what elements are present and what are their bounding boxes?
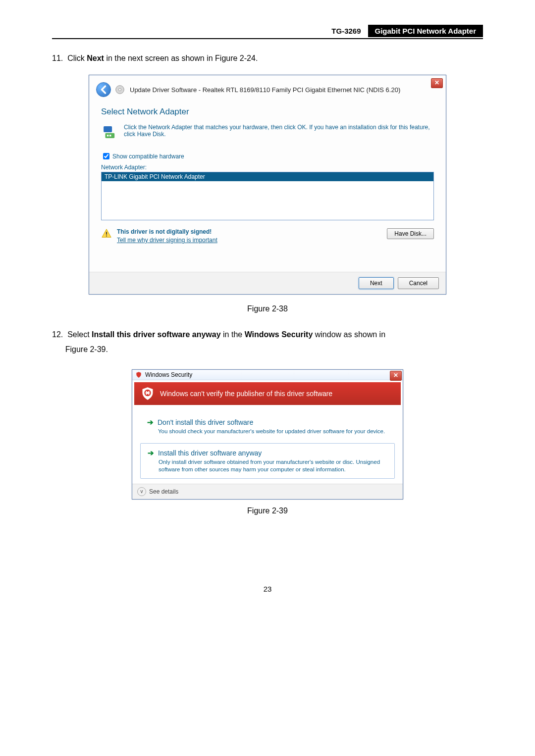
help-text: Click the Network Adapter that matches y… [124,124,434,138]
dont-install-option[interactable]: ➔Don't install this driver software You … [140,413,395,440]
header-model: TG-3269 [324,25,368,37]
page-header: TG-3269 Gigabit PCI Network Adapter [52,25,483,39]
show-compatible-checkbox[interactable] [103,153,109,159]
windows-security-dialog: Windows Security ✕ Windows can't verify … [132,369,403,500]
section-title: Select Network Adapter [101,107,434,117]
security-title: Windows Security [145,371,192,378]
adapter-list[interactable]: TP-LINK Gigabit PCI Network Adapter [101,172,434,220]
svg-rect-7 [106,236,107,237]
list-item[interactable]: TP-LINK Gigabit PCI Network Adapter [102,172,433,181]
update-driver-dialog: ✕ Update Driver Software - Realtek RTL 8… [89,75,446,295]
step-11-text: 11. Click Next in the next screen as sho… [52,54,483,63]
svg-rect-5 [109,135,111,136]
close-icon[interactable]: ✕ [431,78,443,88]
security-banner: Windows can't verify the publisher of th… [134,382,401,405]
install-anyway-subtext: Only install driver software obtained fr… [159,458,387,473]
arrow-icon: ➔ [147,418,154,427]
cancel-button[interactable]: Cancel [398,277,439,289]
cd-icon [115,85,125,95]
dont-install-subtext: You should check your manufacturer's web… [158,428,388,435]
svg-rect-6 [106,232,107,235]
page-number: 23 [52,585,483,593]
svg-rect-4 [107,135,108,136]
install-anyway-option[interactable]: ➔Install this driver software anyway Onl… [140,443,395,479]
show-compatible-label: Show compatible hardware [112,153,184,160]
warning-icon [101,228,112,239]
banner-text: Windows can't verify the publisher of th… [160,390,332,398]
svg-rect-2 [104,126,112,132]
shield-small-icon [135,371,142,378]
dialog-title: Update Driver Software - Realtek RTL 816… [130,86,400,94]
security-titlebar: Windows Security ✕ [132,370,403,380]
see-details-toggle[interactable]: v See details [132,484,403,499]
figure-caption-2: Figure 2-39 [52,506,483,515]
warning-text: This driver is not digitally signed! [117,228,217,235]
arrow-icon: ➔ [148,449,154,457]
next-button[interactable]: Next [359,277,394,289]
figure-caption-1: Figure 2-38 [52,304,483,313]
chevron-down-icon: v [137,487,146,496]
step-12-text: 12. Select Install this driver software … [52,327,483,357]
dialog-titlebar: Update Driver Software - Realtek RTL 816… [89,75,446,97]
svg-point-1 [119,89,121,91]
have-disk-button[interactable]: Have Disk... [387,228,434,239]
network-adapter-icon [101,124,118,141]
close-icon[interactable]: ✕ [390,371,402,381]
list-label: Network Adapter: [101,164,434,171]
shield-large-icon [140,386,155,401]
signing-info-link[interactable]: Tell me why driver signing is important [117,237,217,244]
header-title: Gigabit PCI Network Adapter [368,25,483,37]
back-arrow-icon[interactable] [96,82,111,97]
